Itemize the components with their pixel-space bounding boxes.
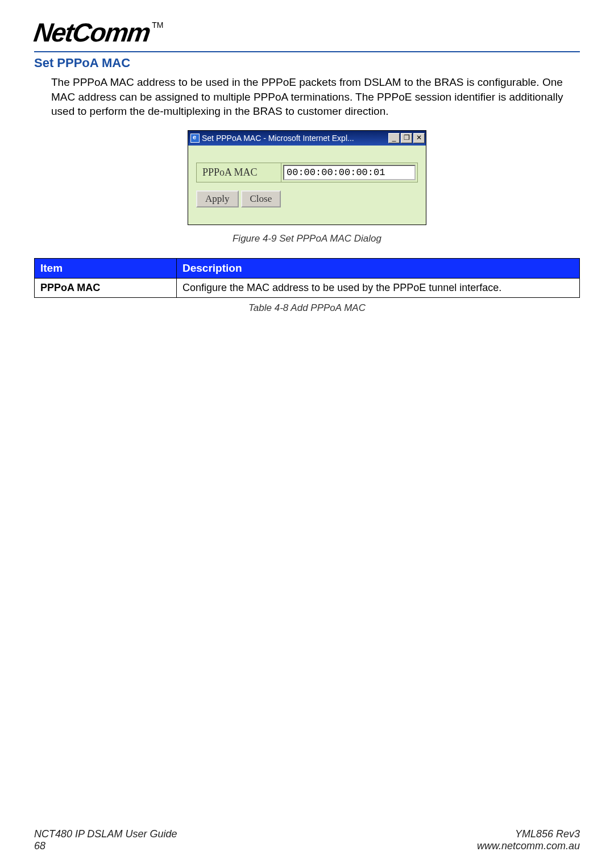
description-table: Item Description PPPoA MAC Configure the… (34, 258, 580, 298)
logo: NetCommTM (34, 17, 580, 48)
table-cell-desc: Configure the MAC address to be used by … (177, 278, 580, 297)
minimize-button[interactable]: _ (388, 133, 400, 143)
footer-url: www.netcomm.com.au (477, 840, 580, 852)
dialog-field-row: PPPoA MAC (196, 163, 418, 182)
dialog-titlebar: Set PPPoA MAC - Microsoft Internet Expl.… (188, 131, 426, 146)
dialog-field-label: PPPoA MAC (196, 163, 281, 182)
page-footer: NCT480 IP DSLAM User Guide 68 YML856 Rev… (34, 828, 580, 852)
section-heading: Set PPPoA MAC (34, 56, 580, 70)
logo-tm: TM (152, 20, 163, 30)
footer-guide: NCT480 IP DSLAM User Guide (34, 828, 177, 840)
pppoa-mac-input[interactable] (283, 165, 416, 180)
table-header-desc: Description (177, 258, 580, 278)
dialog-body: PPPoA MAC Apply Close (188, 146, 426, 225)
divider (34, 51, 580, 52)
table-header-item: Item (35, 258, 177, 278)
footer-revision: YML856 Rev3 (477, 828, 580, 840)
footer-page-number: 68 (34, 840, 177, 852)
dialog-input-cell (281, 163, 418, 182)
restore-button[interactable]: ❐ (401, 133, 412, 143)
dialog-window: Set PPPoA MAC - Microsoft Internet Expl.… (188, 130, 426, 225)
close-button[interactable]: Close (241, 190, 281, 207)
close-window-button[interactable]: ✕ (413, 133, 425, 143)
dialog-title: Set PPPoA MAC - Microsoft Internet Expl.… (202, 134, 387, 143)
logo-text: NetComm (32, 17, 152, 48)
figure-caption: Figure 4-9 Set PPPoA MAC Dialog (34, 233, 580, 244)
table-row: PPPoA MAC Configure the MAC address to b… (35, 278, 580, 297)
body-paragraph: The PPPoA MAC address to be used in the … (51, 75, 580, 119)
ie-icon (190, 134, 200, 143)
table-caption: Table 4-8 Add PPPoA MAC (34, 302, 580, 314)
apply-button[interactable]: Apply (196, 190, 239, 207)
table-cell-item: PPPoA MAC (35, 278, 177, 297)
